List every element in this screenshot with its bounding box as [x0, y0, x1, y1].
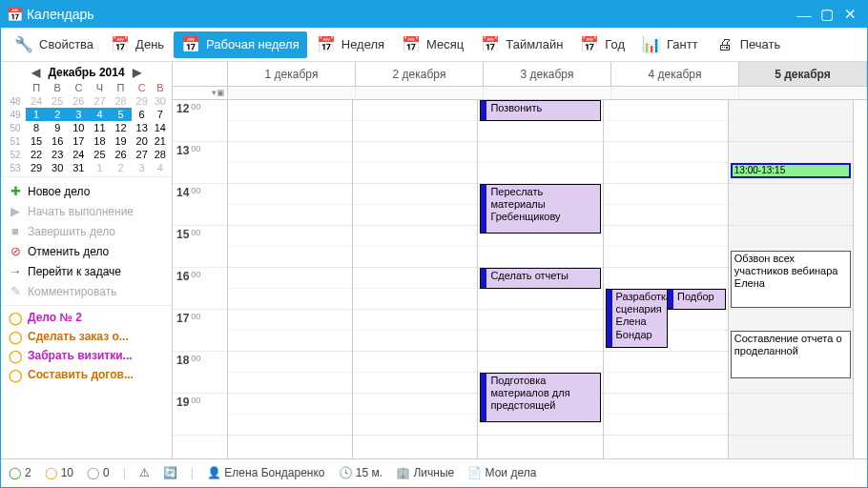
event[interactable]: Обзвон всех участников вебинара Елена: [731, 251, 851, 308]
toolbar-month[interactable]: 📅Месяц: [394, 31, 471, 58]
cal-day[interactable]: 7: [153, 108, 168, 121]
cal-day[interactable]: 2: [47, 108, 68, 121]
day-header[interactable]: 2 декабря: [356, 62, 484, 86]
status-group[interactable]: 🏢 Личные: [396, 466, 454, 479]
event[interactable]: Позвонить: [480, 100, 600, 121]
cal-day[interactable]: 27: [132, 148, 153, 161]
cal-day[interactable]: 16: [47, 134, 68, 148]
cal-day[interactable]: 23: [47, 148, 68, 161]
prev-month[interactable]: ◀: [28, 66, 44, 79]
toolbar-day[interactable]: 📅День: [103, 31, 172, 58]
toolbar-year[interactable]: 📅Год: [572, 31, 632, 58]
action-cancel[interactable]: ⊘Отменить дело: [1, 241, 172, 261]
cal-day[interactable]: 28: [153, 148, 168, 161]
toolbar-gantt[interactable]: 📊Гантт: [634, 31, 706, 58]
toolbar-properties[interactable]: 🔧Свойства: [7, 31, 101, 58]
cal-day[interactable]: 21: [153, 134, 168, 148]
refresh-icon[interactable]: 🔄: [163, 466, 177, 479]
day-column[interactable]: ПозвонитьПереслать материалы Гребенщиков…: [478, 100, 603, 458]
task-item[interactable]: ◯Забрать визитки...: [1, 346, 172, 365]
day-column[interactable]: [228, 100, 353, 458]
event[interactable]: Подбор: [667, 289, 726, 310]
allday-toggle[interactable]: ▾▣: [212, 88, 225, 97]
event[interactable]: Переслать материалы Гребенщикову: [480, 184, 600, 234]
cal-day[interactable]: 24: [68, 148, 89, 161]
close-button[interactable]: ✕: [838, 6, 861, 23]
timeline-icon: 📅: [481, 35, 500, 54]
app-icon: 📅: [7, 7, 23, 22]
task-item[interactable]: ◯Составить догов...: [1, 365, 172, 384]
cal-day[interactable]: 2: [111, 161, 132, 174]
warn-icon[interactable]: ⚠: [139, 466, 150, 479]
cal-day[interactable]: 15: [26, 134, 47, 148]
cal-day[interactable]: 3: [132, 161, 153, 174]
cal-day[interactable]: 12: [111, 121, 132, 134]
toolbar-work-week[interactable]: 📅Рабочая неделя: [174, 31, 307, 58]
cal-day[interactable]: 22: [26, 148, 47, 161]
event[interactable]: Сделать отчеты: [480, 268, 600, 289]
cal-day[interactable]: 29: [132, 94, 153, 108]
cal-day[interactable]: 27: [89, 94, 110, 108]
cal-day[interactable]: 24: [26, 94, 47, 108]
cal-day[interactable]: 9: [47, 121, 68, 134]
cal-day[interactable]: 30: [153, 94, 168, 108]
day-header[interactable]: 4 декабря: [611, 62, 739, 86]
cal-day[interactable]: 11: [89, 121, 110, 134]
status-duration[interactable]: 🕓 15 м.: [339, 466, 383, 479]
day-header[interactable]: 5 декабря: [739, 62, 867, 86]
cal-day[interactable]: 26: [111, 148, 132, 161]
cal-day[interactable]: 4: [89, 108, 110, 121]
cal-day[interactable]: 8: [26, 121, 47, 134]
cal-day[interactable]: 1: [89, 161, 110, 174]
action-goto[interactable]: →Перейти к задаче: [1, 261, 172, 281]
status-user[interactable]: 👤 Елена Бондаренко: [207, 466, 325, 479]
cal-day[interactable]: 30: [47, 161, 68, 174]
cal-day[interactable]: 18: [89, 134, 110, 148]
title-bar: 📅 Календарь — ▢ ✕: [1, 1, 867, 28]
event[interactable]: Разработка сценария Елена Бондар: [606, 289, 668, 348]
toolbar-week[interactable]: 📅Неделя: [309, 31, 392, 58]
cal-day[interactable]: 3: [68, 108, 89, 121]
day-column[interactable]: Разработка сценария Елена БондарПодбор: [604, 100, 729, 458]
cal-day[interactable]: 17: [68, 134, 89, 148]
hour-label: 1900: [173, 394, 227, 436]
day-header[interactable]: 1 декабря: [228, 62, 356, 86]
finish-icon: ■: [9, 224, 22, 238]
task-item[interactable]: ◯Сделать заказ о...: [1, 327, 172, 346]
cal-day[interactable]: 26: [68, 94, 89, 108]
week-icon: 📅: [317, 35, 336, 54]
cal-day[interactable]: 4: [153, 161, 168, 174]
toolbar-print[interactable]: 🖨Печать: [708, 31, 789, 58]
day-column[interactable]: 13:00-13:15Обзвон всех участников вебина…: [729, 100, 854, 458]
cal-day[interactable]: 25: [89, 148, 110, 161]
cal-day[interactable]: 29: [26, 161, 47, 174]
gantt-icon: 📊: [642, 35, 661, 54]
task-item[interactable]: ◯Дело № 2: [1, 308, 172, 327]
cal-day[interactable]: 10: [68, 121, 89, 134]
cal-day[interactable]: 5: [111, 108, 132, 121]
toolbar-timeline[interactable]: 📅Таймлайн: [473, 31, 570, 58]
next-month[interactable]: ▶: [129, 66, 145, 79]
properties-icon: 🔧: [14, 35, 33, 54]
cal-day[interactable]: 28: [111, 94, 132, 108]
day-header[interactable]: 3 декабря: [484, 62, 611, 86]
cal-day[interactable]: 19: [111, 134, 132, 148]
cal-day[interactable]: 20: [132, 134, 153, 148]
cal-day[interactable]: 6: [132, 108, 153, 121]
cal-day[interactable]: 31: [68, 161, 89, 174]
mini-calendar[interactable]: ◀ Декабрь 2014 ▶ ПВСЧПСВ4824252627282930…: [1, 62, 172, 176]
event[interactable]: Подготовка материалов для предстоящей: [480, 373, 600, 422]
day-column[interactable]: [353, 100, 478, 458]
event[interactable]: 13:00-13:15: [731, 163, 851, 178]
minimize-button[interactable]: —: [793, 7, 816, 23]
cal-day[interactable]: 14: [153, 121, 168, 134]
status-filter[interactable]: 📄 Мои дела: [467, 466, 536, 479]
cal-day[interactable]: 25: [47, 94, 68, 108]
action-new-task[interactable]: ✚Новое дело: [1, 181, 172, 201]
cal-day[interactable]: 13: [132, 121, 153, 134]
toolbar: 🔧Свойства📅День📅Рабочая неделя📅Неделя📅Мес…: [1, 28, 867, 62]
calendar-grid[interactable]: 1 декабря2 декабря3 декабря4 декабря5 де…: [173, 62, 867, 458]
event[interactable]: Составление отчета о проделанной: [731, 331, 851, 378]
cal-day[interactable]: 1: [26, 108, 47, 121]
maximize-button[interactable]: ▢: [816, 6, 838, 23]
